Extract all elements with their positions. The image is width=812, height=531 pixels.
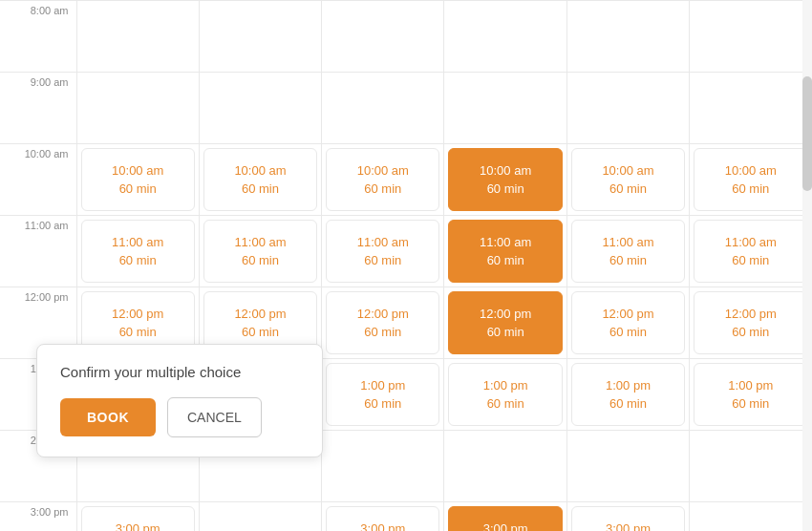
time-slot-button[interactable]: 10:00 am60 min (81, 148, 195, 211)
slot-cell: 3:00 pm60 min (444, 502, 566, 532)
time-slot-button[interactable]: 12:00 pm60 min (571, 291, 685, 354)
confirm-title: Confirm your multiple choice (60, 364, 299, 380)
time-slot-button[interactable]: 11:00 am60 min (694, 220, 807, 283)
calendar-row: 10:00 am10:00 am60 min10:00 am60 min10:0… (0, 144, 812, 216)
slot-cell (322, 73, 444, 144)
slot-cell: 10:00 am60 min (690, 144, 812, 216)
time-label: 8:00 am (0, 1, 76, 73)
time-slot-button[interactable]: 10:00 am60 min (203, 148, 317, 211)
time-slot-button[interactable]: 1:00 pm60 min (571, 363, 685, 426)
slot-cell (76, 1, 199, 73)
slot-cell: 1:00 pm60 min (322, 359, 444, 431)
time-slot-button[interactable]: 10:00 am60 min (326, 148, 439, 211)
slot-cell (199, 73, 321, 144)
slot-cell (322, 431, 444, 502)
slot-cell (444, 431, 566, 502)
time-label: 3:00 pm (0, 502, 76, 532)
slot-cell: 11:00 am60 min (566, 216, 689, 287)
slot-cell: 3:00 pm60 min (322, 502, 444, 532)
calendar-row: 3:00 pm3:00 pm60 min3:00 pm60 min3:00 pm… (0, 502, 812, 532)
time-slot-button[interactable]: 12:00 pm60 min (448, 291, 562, 354)
slot-cell (76, 73, 199, 144)
slot-cell: 10:00 am60 min (566, 144, 689, 216)
time-slot-button[interactable]: 11:00 am60 min (81, 220, 195, 283)
confirm-buttons: BOOK CANCEL (60, 397, 299, 437)
scrollbar-track (802, 0, 812, 531)
time-slot-button[interactable]: 10:00 am60 min (694, 148, 807, 211)
time-slot-button[interactable]: 10:00 am60 min (448, 148, 562, 211)
slot-cell: 12:00 pm60 min (322, 287, 444, 359)
time-slot-button[interactable]: 1:00 pm60 min (694, 363, 807, 426)
slot-cell (199, 1, 321, 73)
slot-cell: 1:00 pm60 min (690, 359, 812, 431)
calendar-row: 11:00 am11:00 am60 min11:00 am60 min11:0… (0, 216, 812, 287)
slot-cell: 11:00 am60 min (322, 216, 444, 287)
time-slot-button[interactable]: 12:00 pm60 min (694, 291, 807, 354)
confirm-dialog: Confirm your multiple choice BOOK CANCEL (36, 344, 323, 457)
slot-cell: 11:00 am60 min (690, 216, 812, 287)
time-slot-button[interactable]: 3:00 pm60 min (326, 506, 439, 531)
slot-cell: 10:00 am60 min (322, 144, 444, 216)
slot-cell (690, 431, 812, 502)
slot-cell (690, 1, 812, 73)
slot-cell (444, 73, 566, 144)
time-slot-button[interactable]: 3:00 pm60 min (571, 506, 685, 531)
scrollbar-thumb[interactable] (802, 76, 812, 191)
time-slot-button[interactable]: 11:00 am60 min (203, 220, 317, 283)
slot-cell: 12:00 pm60 min (690, 287, 812, 359)
slot-cell (566, 73, 689, 144)
calendar-row: 9:00 am (0, 73, 812, 144)
slot-cell: 12:00 pm60 min (444, 287, 566, 359)
slot-cell: 10:00 am60 min (76, 144, 199, 216)
time-slot-button[interactable]: 3:00 pm60 min (448, 506, 562, 531)
time-slot-button[interactable]: 11:00 am60 min (571, 220, 685, 283)
time-label: 9:00 am (0, 73, 76, 144)
slot-cell (690, 73, 812, 144)
slot-cell: 3:00 pm60 min (566, 502, 689, 532)
slot-cell: 12:00 pm60 min (566, 287, 689, 359)
slot-cell: 1:00 pm60 min (444, 359, 566, 431)
slot-cell (199, 502, 321, 532)
time-slot-button[interactable]: 12:00 pm60 min (326, 291, 439, 354)
book-button[interactable]: BOOK (60, 398, 156, 436)
time-slot-button[interactable]: 1:00 pm60 min (326, 363, 439, 426)
time-slot-button[interactable]: 11:00 am60 min (326, 220, 439, 283)
slot-cell: 1:00 pm60 min (566, 359, 689, 431)
slot-cell (322, 1, 444, 73)
time-slot-button[interactable]: 11:00 am60 min (448, 220, 562, 283)
time-slot-button[interactable]: 10:00 am60 min (571, 148, 685, 211)
slot-cell (566, 431, 689, 502)
time-label: 11:00 am (0, 216, 76, 287)
slot-cell: 11:00 am60 min (444, 216, 566, 287)
calendar-row: 8:00 am (0, 1, 812, 73)
time-slot-button[interactable]: 1:00 pm60 min (448, 363, 562, 426)
slot-cell (690, 502, 812, 532)
slot-cell: 11:00 am60 min (76, 216, 199, 287)
time-slot-button[interactable]: 3:00 pm60 min (81, 506, 195, 531)
slot-cell: 10:00 am60 min (199, 144, 321, 216)
calendar-container: 8:00 am9:00 am10:00 am10:00 am60 min10:0… (0, 0, 812, 531)
slot-cell: 3:00 pm60 min (76, 502, 199, 532)
slot-cell (566, 1, 689, 73)
time-label: 10:00 am (0, 144, 76, 216)
slot-cell: 10:00 am60 min (444, 144, 566, 216)
cancel-button[interactable]: CANCEL (167, 397, 262, 437)
slot-cell: 11:00 am60 min (199, 216, 321, 287)
slot-cell (444, 1, 566, 73)
